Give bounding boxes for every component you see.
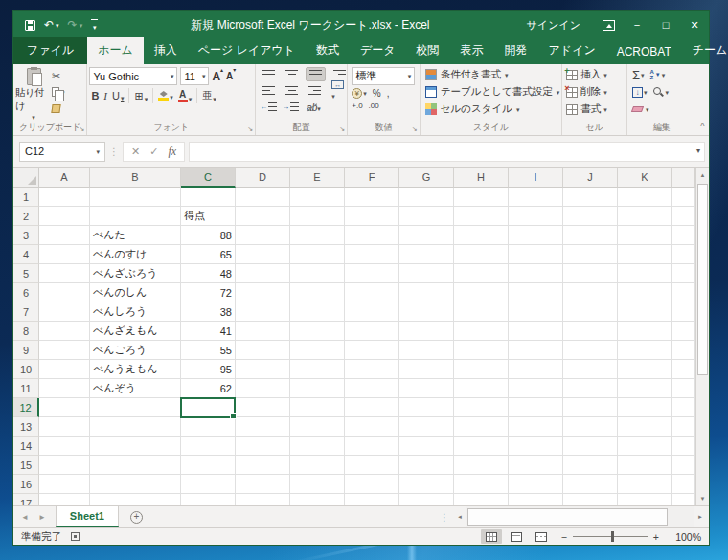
column-header-J[interactable]: J <box>563 168 618 188</box>
bold-button[interactable]: B <box>91 90 99 101</box>
grid-cell-D10[interactable] <box>236 360 290 379</box>
undo-button[interactable]: ↶▾ <box>44 19 59 31</box>
grid-cell-D6[interactable] <box>236 283 290 302</box>
grid-cell-G7[interactable] <box>399 302 454 322</box>
grid-cell-K13[interactable] <box>618 417 672 437</box>
grid-cell-E17[interactable] <box>290 494 345 505</box>
align-left-button[interactable] <box>260 84 278 97</box>
grid-cell-I6[interactable] <box>509 283 563 302</box>
grid-cell-E2[interactable] <box>290 207 345 226</box>
tab-home[interactable]: ホーム <box>87 37 144 64</box>
increase-decimal-button[interactable]: +.0 <box>352 101 362 110</box>
grid-cell-E1[interactable] <box>290 188 345 207</box>
grid-cell-B14[interactable] <box>90 437 181 456</box>
column-header-H[interactable]: H <box>454 168 509 188</box>
grid-cell-A13[interactable] <box>39 417 90 437</box>
grid-cell-K17[interactable] <box>618 494 672 505</box>
grid-cell-G15[interactable] <box>399 456 454 475</box>
grid-cell-C15[interactable] <box>181 456 236 475</box>
grid-cell-E6[interactable] <box>290 283 345 302</box>
align-middle-button[interactable] <box>283 68 301 80</box>
grid-cell-H4[interactable] <box>454 245 509 264</box>
decrease-indent-button[interactable]: ← <box>260 102 277 111</box>
grid-cell-J5[interactable] <box>563 264 618 283</box>
grid-cell-G8[interactable] <box>399 322 454 341</box>
grid-cell-K16[interactable] <box>618 475 672 494</box>
tab-developer[interactable]: 開発 <box>494 37 538 64</box>
selected-cell-C12[interactable] <box>180 397 236 418</box>
grid-cell-J6[interactable] <box>563 283 618 302</box>
grid-cell-J3[interactable] <box>563 226 618 245</box>
save-button[interactable] <box>25 20 35 31</box>
tab-view[interactable]: 表示 <box>450 37 494 64</box>
conditional-formatting-button[interactable]: 条件付き書式▾ <box>425 67 560 82</box>
font-size-combo[interactable]: 11▾ <box>180 67 209 85</box>
grid-cell-A17[interactable] <box>39 494 90 505</box>
grid-cell-E10[interactable] <box>290 360 345 379</box>
row-header-2[interactable]: 2 <box>13 207 39 226</box>
row-header-11[interactable]: 11 <box>13 379 39 398</box>
row-header-8[interactable]: 8 <box>13 322 39 341</box>
align-right-button[interactable] <box>306 84 324 97</box>
grid-cell-C10[interactable]: 95 <box>181 360 236 379</box>
previous-sheet-button[interactable]: ◄ <box>21 513 29 522</box>
grid-cell-K6[interactable] <box>618 283 672 302</box>
grid-cell-C17[interactable] <box>181 494 236 505</box>
grid-cell-D2[interactable] <box>236 207 290 226</box>
grid-cell-J9[interactable] <box>563 341 618 360</box>
grid-cell-G2[interactable] <box>399 207 454 226</box>
formula-input[interactable]: ▾ <box>189 142 705 162</box>
increase-font-button[interactable]: A▴ <box>212 70 223 83</box>
grid-cell-partial[interactable] <box>672 341 695 360</box>
format-as-table-button[interactable]: テーブルとして書式設定▾ <box>425 84 560 100</box>
grid-cell-I9[interactable] <box>509 341 563 360</box>
row-header-4[interactable]: 4 <box>13 245 39 264</box>
grid-cell-I10[interactable] <box>509 360 563 379</box>
sheet-tab-sheet1[interactable]: Sheet1 <box>56 506 119 527</box>
row-header-10[interactable]: 10 <box>13 360 39 379</box>
tab-team[interactable]: チーム <box>682 37 728 64</box>
grid-cell-partial[interactable] <box>672 226 695 245</box>
grid-cell-J14[interactable] <box>563 437 618 456</box>
column-header-K[interactable]: K <box>618 168 672 188</box>
grid-cell-C6[interactable]: 72 <box>181 283 236 302</box>
grid-cell-F7[interactable] <box>345 302 399 322</box>
grid-cell-A9[interactable] <box>39 341 90 360</box>
grid-cell-F14[interactable] <box>345 437 399 456</box>
column-header-A[interactable]: A <box>39 168 90 188</box>
font-name-combo[interactable]: Yu Gothic▾ <box>89 67 177 85</box>
grid-cell-A12[interactable] <box>39 398 90 417</box>
grid-cell-E4[interactable] <box>290 245 345 264</box>
grid-cell-K10[interactable] <box>618 360 672 379</box>
grid-cell-J11[interactable] <box>563 379 618 398</box>
cut-button[interactable]: ✂ <box>52 69 65 82</box>
row-header-9[interactable]: 9 <box>13 341 39 360</box>
grid-cell-B16[interactable] <box>90 475 181 494</box>
grid-cell-H5[interactable] <box>454 264 509 283</box>
row-header-5[interactable]: 5 <box>13 264 39 283</box>
grid-cell-C3[interactable]: 88 <box>181 226 236 245</box>
grid-cell-partial[interactable] <box>672 475 695 494</box>
grid-cell-B3[interactable]: べんた <box>90 226 181 245</box>
row-header-7[interactable]: 7 <box>13 302 39 322</box>
grid-cell-A15[interactable] <box>39 456 90 475</box>
grid-cell-I5[interactable] <box>509 264 563 283</box>
vertical-scroll-track[interactable] <box>696 182 709 491</box>
grid-cell-H8[interactable] <box>454 322 509 341</box>
new-sheet-button[interactable]: + <box>119 506 154 527</box>
clear-button[interactable]: ▾ <box>632 106 649 113</box>
grid-cell-F3[interactable] <box>345 226 399 245</box>
scroll-left-icon[interactable]: ◄ <box>453 506 466 527</box>
zoom-in-button[interactable]: + <box>653 531 659 543</box>
horizontal-scroll-track[interactable] <box>466 506 694 527</box>
column-header-I[interactable]: I <box>509 168 563 188</box>
grid-cell-I8[interactable] <box>509 322 563 341</box>
grid-cell-A6[interactable] <box>39 283 90 302</box>
grid-cell-partial[interactable] <box>672 417 695 437</box>
underline-button[interactable]: U▾ <box>112 90 124 101</box>
horizontal-scrollbar[interactable]: ◄ ► <box>453 506 707 527</box>
zoom-slider[interactable] <box>573 531 648 542</box>
dialog-launcher-icon[interactable]: ↘ <box>339 125 345 133</box>
sort-filter-button[interactable]: AZ▼▾ <box>649 69 665 80</box>
italic-button[interactable]: I <box>103 90 107 101</box>
